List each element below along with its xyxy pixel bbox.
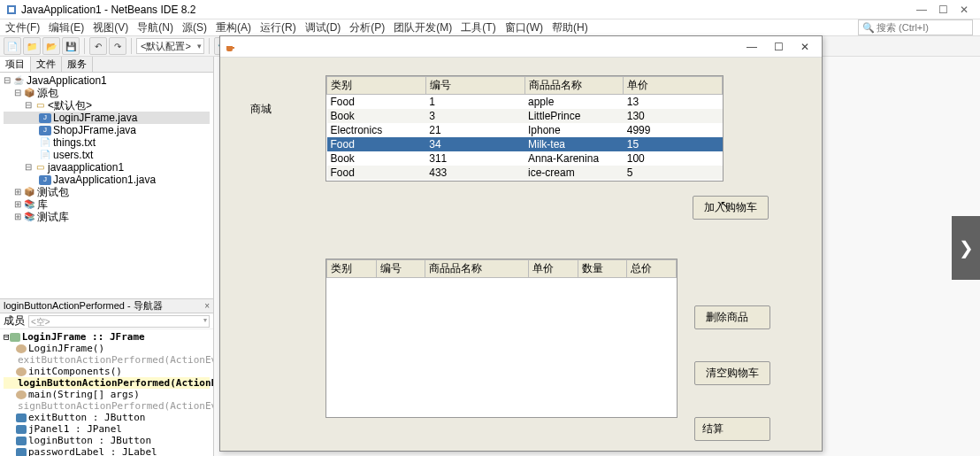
tree-lib[interactable]: 库 xyxy=(37,198,48,211)
menu-help[interactable]: 帮助(H) xyxy=(550,20,590,35)
table-row[interactable]: Food1apple13 xyxy=(327,95,723,110)
dialog-titlebar: — ☐ ✕ xyxy=(220,36,822,58)
nav-m9[interactable]: passwordLabel : JLabel xyxy=(28,446,157,456)
cart-col-qty[interactable]: 数量 xyxy=(578,260,627,278)
project-tree[interactable]: ⊟☕JavaApplication1 ⊟📦源包 ⊟▭<默认包> JLoginJF… xyxy=(0,73,213,298)
menu-nav[interactable]: 导航(N) xyxy=(135,20,175,35)
ide-maximize-btn[interactable]: ☐ xyxy=(932,4,953,16)
tree-file-login[interactable]: LoginJFrame.java xyxy=(53,112,137,124)
menu-view[interactable]: 视图(V) xyxy=(91,20,130,35)
menu-wnd[interactable]: 窗口(W) xyxy=(503,20,545,35)
shop-col-id[interactable]: 编号 xyxy=(425,77,524,95)
add-to-cart-button[interactable]: 加入购物车 ↖ xyxy=(693,196,769,220)
menu-tools[interactable]: 工具(T) xyxy=(459,20,497,35)
ide-window-title: JavaApplication1 - NetBeans IDE 8.2 xyxy=(21,4,195,16)
menu-src[interactable]: 源(S) xyxy=(180,20,209,35)
save-btn[interactable]: 💾 xyxy=(62,37,80,55)
ide-close-btn[interactable]: ✕ xyxy=(953,4,975,16)
navigator-title: loginButtonActionPerformed - 导航器 xyxy=(4,299,163,313)
tree-file-shop[interactable]: ShopJFrame.java xyxy=(53,124,136,136)
menu-debug[interactable]: 调试(D) xyxy=(303,20,343,35)
tab-files[interactable]: 文件 xyxy=(31,57,62,72)
search-icon: 🔍 xyxy=(862,22,875,34)
cart-table[interactable]: 类别 编号 商品品名称 单价 数量 总价 xyxy=(325,259,678,418)
menu-prof[interactable]: 分析(P) xyxy=(348,20,387,35)
menu-file[interactable]: 文件(F) xyxy=(4,20,42,35)
tree-file-things[interactable]: things.txt xyxy=(53,136,96,149)
chevron-right-icon: ❯ xyxy=(959,237,974,259)
table-row[interactable]: Food34Milk-tea15 xyxy=(327,137,723,151)
checkout-button[interactable]: 结算 xyxy=(694,417,770,441)
table-row[interactable]: Electronics21Iphone4999 xyxy=(327,123,723,137)
nav-m8[interactable]: loginButton : JButton xyxy=(28,435,151,446)
menu-run[interactable]: 运行(R) xyxy=(258,20,298,35)
tree-file-app[interactable]: JavaApplication1.java xyxy=(53,174,156,186)
new-file-btn[interactable]: 📄 xyxy=(4,37,21,55)
open-btn[interactable]: 📂 xyxy=(42,37,60,55)
search-input[interactable] xyxy=(877,22,965,33)
table-row[interactable]: Book311Anna-Karenina100 xyxy=(327,151,723,166)
menu-edit[interactable]: 编辑(E) xyxy=(47,20,86,35)
cart-col-total[interactable]: 总价 xyxy=(627,260,677,278)
redo-btn[interactable]: ↷ xyxy=(109,37,126,55)
undo-btn[interactable]: ↶ xyxy=(89,37,107,55)
shop-dialog: — ☐ ✕ 商城 类别 编号 商品品名称 单价 Food1apple13Book… xyxy=(219,35,823,452)
menu-team[interactable]: 团队开发(M) xyxy=(392,20,454,35)
project-tabs: 项目 文件 服务 xyxy=(0,57,213,73)
dialog-maximize-btn[interactable]: ☐ xyxy=(765,41,792,53)
tree-defpkg[interactable]: <默认包> xyxy=(48,99,92,112)
table-row[interactable]: Food433ice-cream5 xyxy=(327,166,723,180)
config-combo[interactable]: <默认配置> xyxy=(136,38,204,54)
navigator-close-icon[interactable]: × xyxy=(204,301,210,311)
shop-table[interactable]: 类别 编号 商品品名称 单价 Food1apple13Book3LittlePr… xyxy=(325,75,724,182)
cart-col-cat[interactable]: 类别 xyxy=(327,260,377,278)
tree-testlib[interactable]: 测试库 xyxy=(37,211,69,223)
cart-col-id[interactable]: 编号 xyxy=(376,260,425,278)
cart-col-name[interactable]: 商品品名称 xyxy=(425,260,528,278)
nav-m5[interactable]: signButtonActionPerformed(ActionEvent e xyxy=(18,400,213,412)
ide-titlebar: JavaApplication1 - NetBeans IDE 8.2 — ☐ … xyxy=(0,0,980,19)
tree-src[interactable]: 源包 xyxy=(37,87,58,99)
clear-cart-button[interactable]: 清空购物车 xyxy=(694,361,770,385)
nav-class[interactable]: LoginJFrame :: JFrame xyxy=(22,331,145,343)
dialog-close-btn[interactable]: ✕ xyxy=(792,41,818,53)
nav-m7[interactable]: jPanel1 : JPanel xyxy=(28,423,122,435)
tab-projects[interactable]: 项目 xyxy=(0,57,31,72)
nav-m2[interactable]: initComponents() xyxy=(28,366,122,377)
tree-test[interactable]: 测试包 xyxy=(37,186,69,198)
ide-menubar: 文件(F) 编辑(E) 视图(V) 导航(N) 源(S) 重构(A) 运行(R)… xyxy=(0,19,980,35)
shop-col-price[interactable]: 单价 xyxy=(624,77,723,95)
new-project-btn[interactable]: 📁 xyxy=(23,37,41,55)
cart-col-price[interactable]: 单价 xyxy=(528,260,578,278)
netbeans-icon xyxy=(5,4,18,16)
tree-root[interactable]: JavaApplication1 xyxy=(27,74,107,87)
menu-refac[interactable]: 重构(A) xyxy=(214,20,253,35)
tree-file-users[interactable]: users.txt xyxy=(53,149,93,161)
tab-services[interactable]: 服务 xyxy=(62,57,93,72)
nav-m6[interactable]: exitButton : JButton xyxy=(28,412,145,423)
next-overlay-button[interactable]: ❯ xyxy=(952,216,980,280)
tree-pkg-app[interactable]: javaapplication1 xyxy=(48,161,124,174)
table-row[interactable]: Book3LittlePrince130 xyxy=(327,109,723,123)
nav-m0[interactable]: LoginJFrame() xyxy=(28,343,104,354)
shop-col-cat[interactable]: 类别 xyxy=(327,77,426,95)
navigator-filter-combo[interactable]: <空> xyxy=(28,315,210,328)
nav-m1[interactable]: exitButtonActionPerformed(ActionEvent e xyxy=(18,354,213,366)
ide-minimize-btn[interactable]: — xyxy=(911,4,932,16)
quick-search[interactable]: 🔍 xyxy=(858,19,973,35)
dialog-minimize-btn[interactable]: — xyxy=(739,41,765,53)
shop-col-name[interactable]: 商品品名称 xyxy=(524,77,624,95)
navigator-filter-label: 成员 xyxy=(4,313,25,328)
java-cup-icon xyxy=(224,41,236,53)
shop-section-label: 商城 xyxy=(250,102,272,117)
nav-m4[interactable]: main(String[] args) xyxy=(28,389,140,400)
navigator-members[interactable]: ⊟LoginJFrame :: JFrame LoginJFrame() exi… xyxy=(0,329,213,456)
navigator-panel: loginButtonActionPerformed - 导航器× 成员 <空>… xyxy=(0,298,213,456)
svg-rect-1 xyxy=(9,7,14,12)
delete-item-button[interactable]: 删除商品 xyxy=(694,305,770,329)
nav-m3[interactable]: loginButtonActionPerformed(ActionEvent xyxy=(18,377,213,389)
